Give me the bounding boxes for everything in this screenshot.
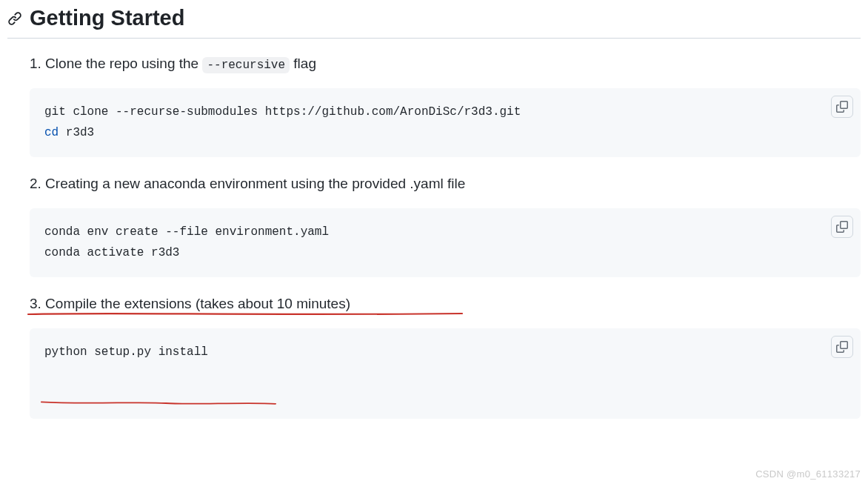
code-block-3: python setup.py install	[30, 328, 861, 419]
step-2: 2. Creating a new anaconda environment u…	[30, 173, 861, 277]
code-rest: r3d3	[59, 126, 94, 139]
step-3: 3. Compile the extensions (takes about 1…	[30, 294, 861, 419]
code-line: git clone --recurse-submodules https://g…	[44, 105, 521, 119]
step-2-label: 2. Creating a new anaconda environment u…	[30, 173, 861, 195]
step-1-text-after: flag	[290, 56, 316, 71]
code-keyword-cd: cd	[44, 126, 59, 139]
code-line: python setup.py install	[44, 345, 208, 359]
code-block-2: conda env create --file environment.yaml…	[30, 208, 861, 278]
copy-button[interactable]	[831, 336, 853, 358]
inline-code-recursive: --recursive	[202, 57, 290, 73]
step-1: 1. Clone the repo using the --recursive …	[30, 53, 861, 157]
link-icon[interactable]	[7, 11, 22, 26]
step-1-label: 1. Clone the repo using the --recursive …	[30, 53, 861, 75]
copy-button[interactable]	[831, 96, 853, 118]
copy-button[interactable]	[831, 216, 853, 238]
step-1-text-before: 1. Clone the repo using the	[30, 56, 202, 71]
code-line: conda env create --file environment.yaml	[44, 225, 329, 239]
code-line: conda activate r3d3	[44, 246, 179, 259]
steps-list: 1. Clone the repo using the --recursive …	[7, 53, 861, 419]
section-heading: Getting Started	[30, 6, 184, 30]
section-heading-row: Getting Started	[7, 6, 861, 39]
step-3-annotation-wrap: 3. Compile the extensions (takes about 1…	[30, 294, 861, 315]
code-block-1: git clone --recurse-submodules https://g…	[30, 88, 861, 158]
step-3-label: 3. Compile the extensions (takes about 1…	[30, 294, 861, 315]
